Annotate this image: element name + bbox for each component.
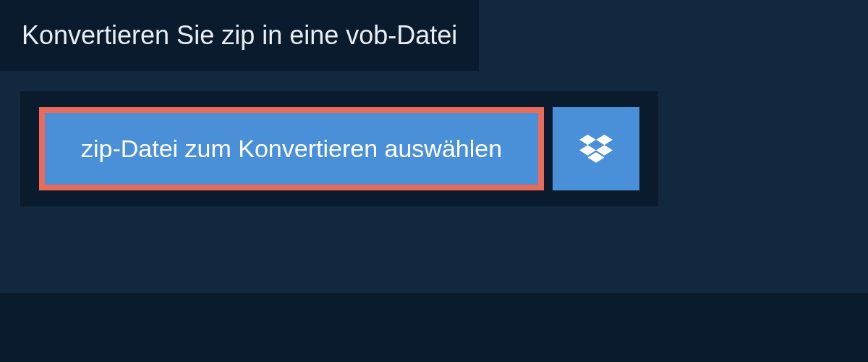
dropbox-icon (579, 132, 613, 166)
select-file-button[interactable]: zip-Datei zum Konvertieren auswählen (39, 107, 544, 190)
footer-strip (0, 293, 868, 362)
header-bar: Konvertieren Sie zip in eine vob-Datei (0, 0, 479, 71)
dropbox-button[interactable] (553, 107, 639, 190)
select-file-label: zip-Datei zum Konvertieren auswählen (81, 135, 502, 163)
page-title: Konvertieren Sie zip in eine vob-Datei (22, 20, 457, 51)
upload-panel: zip-Datei zum Konvertieren auswählen (20, 91, 658, 206)
